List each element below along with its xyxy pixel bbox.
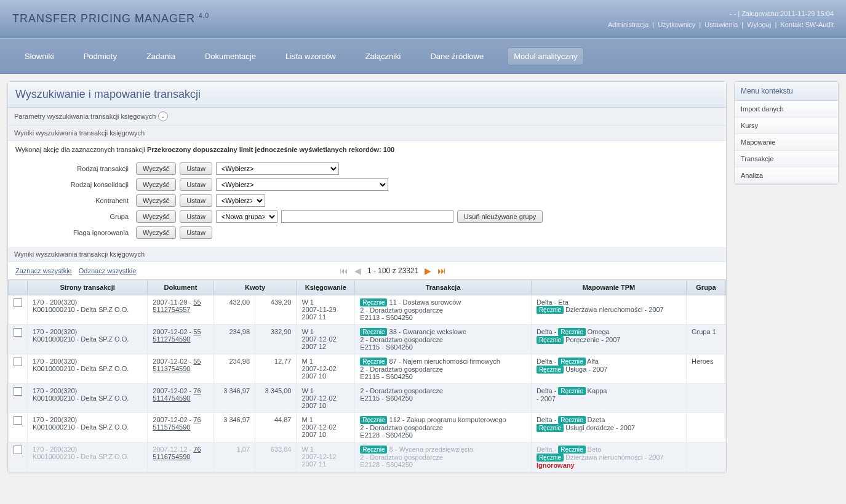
cell-ksiegowanie: M 1 2007-12-02 2007 10 [297, 413, 355, 442]
next-page-icon[interactable]: ▶ [425, 266, 431, 276]
table-row[interactable]: 170 - 200(320) K0010000210 - Delta SP.Z … [9, 442, 726, 473]
cell-kwota1: 1,07 [213, 442, 255, 473]
results-label-2: Wyniki wyszukiwania transakcji księgowyc… [14, 250, 145, 258]
delete-unused-groups-button[interactable]: Usuń nieużywane grupy [457, 210, 543, 223]
nav-podmioty[interactable]: Podmioty [78, 48, 123, 65]
manual-tag: Ręcznie [558, 328, 585, 336]
doc-id-link[interactable]: 5112754590 [153, 335, 190, 343]
panel-title: Wyszukiwanie i mapowanie transakcji [8, 82, 726, 108]
link-settings[interactable]: Ustawienia [704, 21, 738, 28]
grupa-input[interactable] [281, 210, 453, 223]
clear-button[interactable]: Wyczyść [136, 194, 176, 207]
row-checkbox[interactable] [14, 298, 22, 307]
params-section[interactable]: Parametry wyszukiwania transakcji księgo… [8, 108, 726, 126]
cell-mapowanie: Delta - Ręcznie Kappa - 2007 [531, 384, 686, 413]
nav-zadania[interactable]: Zadania [140, 48, 182, 65]
cell-mapowanie: Delta - Ręcznie BetaRęcznie Dzierżawa ni… [531, 442, 686, 473]
expand-icon[interactable]: ⌄ [158, 111, 168, 121]
doc-num-link[interactable]: 55 [193, 298, 201, 306]
manual-tag: Ręcznie [360, 416, 387, 424]
cell-grupa: Grupa 1 [687, 325, 726, 354]
manual-tag: Ręcznie [558, 446, 585, 454]
context-item-mapowanie[interactable]: Mapowanie [735, 134, 838, 151]
clear-button[interactable]: Wyczyść [136, 210, 176, 223]
cell-ksiegowanie: W 1 2007-12-02 2007 12 [297, 325, 355, 354]
row-checkbox[interactable] [14, 446, 22, 454]
th-kwoty[interactable]: Kwoty [213, 280, 297, 295]
link-admin[interactable]: Administracja [608, 21, 648, 28]
action-bold: Przekroczony dopuszczalny limit jednocze… [147, 146, 394, 153]
select-rodzaj-konsolidacji[interactable]: <Wybierz> [216, 178, 388, 191]
nav-zalaczniki[interactable]: Załączniki [359, 48, 407, 65]
cell-kwota1: 234,98 [213, 354, 255, 384]
results-section-2: Wyniki wyszukiwania transakcji księgowyc… [8, 247, 726, 262]
cell-transakcja: Ręcznie 11 - Dostawa surowców2 - Doradzt… [355, 295, 532, 325]
doc-id-link[interactable]: 5116754590 [153, 453, 190, 460]
doc-num-link[interactable]: 76 [193, 387, 201, 394]
table-row[interactable]: 170 - 200(320) K0010000210 - Delta SP.Z … [9, 354, 726, 384]
doc-id-link[interactable]: 5114754590 [153, 394, 190, 402]
ignored-flag: Ignorowany [537, 462, 575, 469]
context-item-import[interactable]: Import danych [735, 101, 838, 118]
select-grupa[interactable]: <Nowa grupa> [216, 210, 277, 223]
manual-tag: Ręcznie [537, 306, 564, 314]
deselect-all-link[interactable]: Odznacz wszystkie [79, 267, 137, 274]
row-checkbox[interactable] [14, 328, 22, 337]
doc-id-link[interactable]: 5115754590 [153, 423, 190, 431]
table-row[interactable]: 170 - 200(320) K0010000210 - Delta SP.Z … [9, 413, 726, 442]
link-logout[interactable]: Wyloguj [747, 21, 771, 28]
doc-num-link[interactable]: 55 [193, 358, 201, 365]
doc-num-link[interactable]: 76 [193, 416, 201, 423]
set-button[interactable]: Ustaw [180, 210, 212, 223]
th-transakcja[interactable]: Transakcja [355, 280, 532, 295]
cell-kwota1: 3 346,97 [213, 413, 255, 442]
row-rodzaj-transakcji: Rodzaj transakcji Wyczyść Ustaw <Wybierz… [8, 161, 726, 177]
th-strony[interactable]: Strony transakcji [28, 280, 148, 295]
nav-dokumentacje[interactable]: Dokumentacje [199, 48, 262, 65]
doc-id-link[interactable]: 5113754590 [153, 365, 190, 372]
label-flaga: Flaga ignorowania [15, 229, 132, 236]
nav-dane-zrodlowe[interactable]: Dane źródłowe [424, 48, 490, 65]
last-page-icon[interactable]: ⏭ [437, 266, 446, 276]
row-checkbox[interactable] [14, 387, 22, 396]
link-contact[interactable]: Kontakt SW-Audit [780, 21, 834, 28]
doc-id-link[interactable]: 5112754557 [153, 306, 190, 313]
select-all-link[interactable]: Zaznacz wszystkie [15, 267, 72, 274]
table-row[interactable]: 170 - 200(320) K0010000210 - Delta SP.Z … [9, 295, 726, 325]
clear-button[interactable]: Wyczyść [136, 178, 176, 191]
set-button[interactable]: Ustaw [180, 178, 212, 191]
nav-lista-wzorcow[interactable]: Lista wzorców [279, 48, 342, 65]
select-rodzaj-transakcji[interactable]: <Wybierz> [216, 162, 339, 175]
main-panel: Wyszukiwanie i mapowanie transakcji Para… [7, 81, 727, 473]
row-checkbox[interactable] [14, 358, 22, 366]
manual-tag: Ręcznie [360, 446, 387, 454]
clear-button[interactable]: Wyczyść [136, 162, 176, 175]
select-kontrahent[interactable]: <Wybierz> [216, 194, 265, 207]
header-bar: TRANSFER PRICING MANAGER 4.0 - - | Zalog… [0, 0, 846, 38]
set-button[interactable]: Ustaw [180, 194, 212, 207]
th-dokument[interactable]: Dokument [148, 280, 213, 295]
th-mapowanie[interactable]: Mapowanie TPM [531, 280, 686, 295]
clear-button[interactable]: Wyczyść [136, 226, 176, 239]
link-users[interactable]: Użytkownicy [658, 21, 695, 28]
nav-modul-analityczny[interactable]: Moduł analityczny [507, 47, 584, 65]
table-row[interactable]: 170 - 200(320) K0010000210 - Delta SP.Z … [9, 384, 726, 413]
set-button[interactable]: Ustaw [180, 226, 212, 239]
context-item-kursy[interactable]: Kursy [735, 118, 838, 134]
table-row[interactable]: 170 - 200(320) K0010000210 - Delta SP.Z … [9, 325, 726, 354]
set-button[interactable]: Ustaw [180, 162, 212, 175]
results-label-1: Wyniki wyszukiwania transakcji księgowyc… [14, 129, 145, 137]
cell-transakcja: 2 - Doradztwo gospodarczeE2115 - S604250 [355, 384, 532, 413]
row-checkbox[interactable] [14, 416, 22, 425]
doc-num-link[interactable]: 55 [193, 328, 201, 335]
cell-mapowanie: Delta - EtaRęcznie Dzierżawa nieruchomoś… [531, 295, 686, 325]
th-grupa[interactable]: Grupa [687, 280, 726, 295]
nav-slowniki[interactable]: Słowniki [18, 48, 60, 65]
context-item-analiza[interactable]: Analiza [735, 167, 838, 184]
cell-kwota1: 3 346,97 [213, 384, 255, 413]
th-ksiegowanie[interactable]: Księgowanie [297, 280, 355, 295]
context-item-transakcje[interactable]: Transakcje [735, 151, 838, 167]
doc-num-link[interactable]: 76 [193, 446, 201, 453]
cell-dokument: 2007-12-02 - 555112754590 [148, 325, 213, 354]
cell-kwota2: 3 345,00 [255, 384, 297, 413]
